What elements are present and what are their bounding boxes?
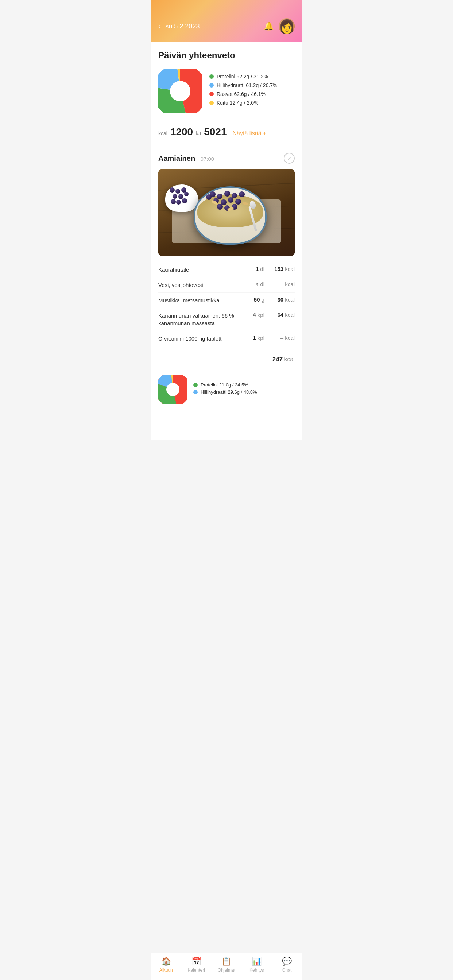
main-content: Päivän yhteenveto Proteiini 92.2g / 31. xyxy=(151,41,302,441)
meal-header: Aamiainen 07:00 ✓ xyxy=(158,153,295,164)
total-row: 247 kcal xyxy=(158,352,295,369)
food-item-3[interactable]: Mustikka, metsämustikka 50 g 30 kcal xyxy=(158,293,295,308)
fat-dot xyxy=(209,92,214,96)
food-amount-2: 4 dl xyxy=(246,281,267,287)
bottom-protein-label: Proteiini 21.0g / 34.5% xyxy=(201,382,248,388)
back-button[interactable]: ‹ xyxy=(158,22,161,31)
kj-value: 5021 xyxy=(204,126,226,138)
food-amount-4: 4 kpl xyxy=(246,312,267,318)
food-item-2[interactable]: Vesi, vesijohtovesi 4 dl – kcal xyxy=(158,277,295,293)
food-name-2: Vesi, vesijohtovesi xyxy=(158,281,246,289)
food-item-4[interactable]: Kananmunan valkuainen, 66 % kananmunan m… xyxy=(158,308,295,331)
bottom-carbs-dot xyxy=(193,390,198,395)
legend-carbs: Hiilihydraatti 61.2g / 20.7% xyxy=(209,83,295,88)
food-kcal-4: 64 kcal xyxy=(267,312,295,318)
legend-fat: Rasvat 62.6g / 46.1% xyxy=(209,91,295,97)
food-image xyxy=(158,169,295,256)
bottom-legend: Proteiini 21.0g / 34.5% Hiilihydraatti 2… xyxy=(193,382,295,397)
nutrition-legend: Proteiini 92.2g / 31.2% Hiilihydraatti 6… xyxy=(209,74,295,109)
bottom-legend-carbs: Hiilihydraatti 29.6g / 48.8% xyxy=(193,390,295,395)
kcal-value: 1200 xyxy=(170,126,193,138)
meal-title-group: Aamiainen 07:00 xyxy=(158,154,214,162)
fiber-label: Kuitu 12.4g / 2.0% xyxy=(217,100,258,106)
legend-fiber: Kuitu 12.4g / 2.0% xyxy=(209,100,295,106)
avatar[interactable]: 👩 xyxy=(279,18,295,34)
food-name-1: Kaurahiutale xyxy=(158,266,246,274)
food-list: Kaurahiutale 1 dl 153 kcal Vesi, vesijoh… xyxy=(158,262,295,346)
show-more-button[interactable]: Näytä lisää + xyxy=(233,130,266,137)
summary-section: Proteiini 92.2g / 31.2% Hiilihydraatti 6… xyxy=(158,69,295,113)
food-item-5[interactable]: C-vitamiini 1000mg tabletti 1 kpl – kcal xyxy=(158,331,295,346)
bottom-legend-protein: Proteiini 21.0g / 34.5% xyxy=(193,382,295,388)
food-amount-3: 50 g xyxy=(246,296,267,302)
food-amount-1: 1 dl xyxy=(246,266,267,272)
svg-point-4 xyxy=(170,81,190,101)
food-kcal-5: – kcal xyxy=(267,335,295,341)
carbs-label: Hiilihydraatti 61.2g / 20.7% xyxy=(217,83,278,88)
meal-time: 07:00 xyxy=(201,156,214,162)
protein-dot xyxy=(209,75,214,79)
header-left: ‹ su 5.2.2023 xyxy=(158,22,199,31)
bottom-carbs-label: Hiilihydraatti 29.6g / 48.8% xyxy=(201,390,257,395)
food-kcal-2: – kcal xyxy=(267,281,295,287)
calories-row: kcal 1200 kJ 5021 Näytä lisää + xyxy=(158,120,295,145)
svg-point-9 xyxy=(166,383,179,396)
food-item-1[interactable]: Kaurahiutale 1 dl 153 kcal xyxy=(158,262,295,277)
food-name-4: Kananmunan valkuainen, 66 % kananmunan m… xyxy=(158,312,246,327)
meal-section: Aamiainen 07:00 ✓ xyxy=(158,145,295,369)
food-name-3: Mustikka, metsämustikka xyxy=(158,296,246,304)
bottom-summary: Proteiini 21.0g / 34.5% Hiilihydraatti 2… xyxy=(158,369,295,441)
meal-title: Aamiainen xyxy=(158,154,195,162)
legend-protein: Proteiini 92.2g / 31.2% xyxy=(209,74,295,80)
food-kcal-3: 30 kcal xyxy=(267,296,295,302)
pie-chart xyxy=(158,69,202,113)
food-name-5: C-vitamiini 1000mg tabletti xyxy=(158,335,246,342)
kj-label: kJ xyxy=(196,130,201,136)
header-right: 🔔 👩 xyxy=(264,18,295,34)
bell-icon[interactable]: 🔔 xyxy=(264,22,274,31)
header: ‹ su 5.2.2023 🔔 👩 xyxy=(151,0,302,41)
fat-label: Rasvat 62.6g / 46.1% xyxy=(217,91,266,97)
header-date: su 5.2.2023 xyxy=(165,22,199,30)
meal-check-icon[interactable]: ✓ xyxy=(284,153,295,164)
total-kcal: 247 kcal xyxy=(273,356,295,363)
bottom-pie-chart xyxy=(158,375,187,404)
kcal-label: kcal xyxy=(158,130,167,136)
protein-label: Proteiini 92.2g / 31.2% xyxy=(217,74,268,80)
food-amount-5: 1 kpl xyxy=(246,335,267,341)
carbs-dot xyxy=(209,83,214,88)
bottom-protein-dot xyxy=(193,383,198,387)
food-kcal-1: 153 kcal xyxy=(267,266,295,272)
page-title: Päivän yhteenveto xyxy=(158,50,295,60)
fiber-dot xyxy=(209,100,214,105)
